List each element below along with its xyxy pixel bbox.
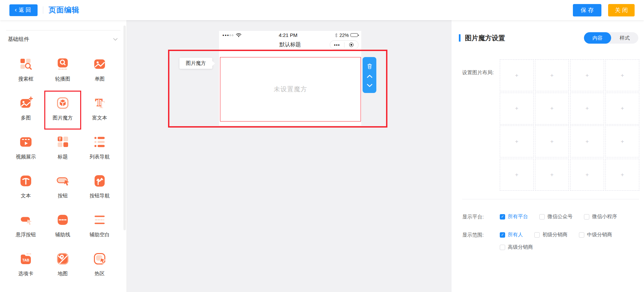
selection-tag: 图片魔方: [179, 58, 212, 69]
checkbox-icon: [579, 232, 584, 238]
section-title: 基础组件: [8, 36, 29, 43]
scope-label: 显示范围:: [462, 232, 500, 238]
tab-样式[interactable]: 样式: [611, 32, 638, 44]
component-multi-image[interactable]: 多图: [7, 91, 44, 130]
map-icon: [55, 251, 70, 266]
trash-icon: [367, 63, 373, 69]
platform-options: ✓所有平台微信公众号微信小程序: [500, 213, 617, 220]
component-tabs[interactable]: TAB选项卡: [7, 246, 44, 285]
layout-cell[interactable]: +: [605, 159, 639, 191]
component-single-image[interactable]: 单图: [81, 52, 118, 91]
layout-cell[interactable]: +: [500, 59, 534, 91]
status-time: 4:21 PM: [241, 32, 335, 38]
layout-label: 设置图片布局:: [462, 69, 500, 76]
phone-titlebar: 默认标题 •••: [219, 39, 361, 50]
list-nav-icon: [92, 135, 107, 149]
component-blank-space[interactable]: 辅助空白: [81, 207, 118, 246]
component-map[interactable]: 地图: [44, 246, 81, 285]
layout-cell[interactable]: +: [570, 93, 604, 125]
component-hotzone[interactable]: 热区: [81, 246, 118, 285]
scope-checkbox-高级分销商[interactable]: 高级分销商: [500, 244, 533, 250]
component-image-cube[interactable]: 图片魔方: [44, 91, 81, 130]
component-text[interactable]: 文本: [7, 168, 44, 207]
bluetooth-icon: [335, 33, 338, 38]
component-video[interactable]: 视频展示: [7, 130, 44, 168]
component-label: 列表导航: [90, 154, 110, 160]
tab-内容[interactable]: 内容: [584, 32, 611, 44]
layout-cell[interactable]: +: [570, 59, 604, 91]
checkbox-icon: [584, 214, 589, 220]
layout-cell[interactable]: +: [570, 159, 604, 191]
delete-component-button[interactable]: [366, 62, 373, 70]
checkbox-label: 所有人: [508, 232, 523, 238]
platform-checkbox-所有平台[interactable]: ✓所有平台: [500, 213, 528, 220]
layout-cell[interactable]: +: [535, 126, 569, 157]
layout-cell[interactable]: +: [535, 159, 569, 191]
content-style-tabs: 内容样式: [584, 32, 638, 44]
component-label: 富文本: [92, 115, 107, 121]
scope-checkbox-所有人[interactable]: ✓所有人: [500, 232, 523, 238]
checkbox-label: 初级分销商: [542, 232, 568, 238]
scope-options: ✓所有人初级分销商中级分销商高级分销商: [500, 232, 634, 250]
phone-page-title: 默认标题: [279, 41, 301, 48]
hotzone-icon: [92, 251, 107, 266]
component-label: 热区: [95, 271, 105, 277]
component-divider-line[interactable]: 辅助线: [44, 207, 81, 246]
layout-cell[interactable]: +: [535, 93, 569, 125]
layout-cell[interactable]: +: [570, 126, 604, 157]
layout-cell[interactable]: +: [605, 126, 639, 157]
component-label: 文本: [21, 193, 31, 199]
move-down-button[interactable]: [366, 83, 373, 88]
battery-icon: [351, 33, 358, 37]
platform-checkbox-微信小程序[interactable]: 微信小程序: [584, 213, 617, 220]
component-label: 视频展示: [16, 154, 36, 160]
component-button-nav[interactable]: 按钮导航: [81, 168, 118, 207]
title-icon: T: [55, 135, 70, 149]
cube-placeholder-text: 未设置魔方: [274, 85, 307, 94]
search-box-icon: [18, 57, 33, 71]
save-button[interactable]: 保存: [573, 4, 601, 16]
checkbox-label: 微信公众号: [547, 213, 573, 220]
button-nav-icon: [92, 174, 107, 188]
checkbox-icon: [500, 245, 505, 250]
component-carousel[interactable]: 轮播图: [44, 52, 81, 91]
chevron-up-icon: [367, 75, 373, 78]
tabs-icon: TAB: [18, 251, 33, 266]
chevron-down-icon: [367, 84, 373, 87]
battery-percent: 22%: [339, 33, 349, 38]
chevron-down-icon[interactable]: [113, 38, 118, 41]
sidebar-scrollbar[interactable]: [123, 26, 126, 230]
topbar: ‹ 返回 页面编辑 保存 关闭: [0, 0, 644, 20]
back-button[interactable]: ‹ 返回: [9, 4, 38, 16]
layout-cell[interactable]: +: [500, 126, 534, 157]
close-button[interactable]: 关闭: [608, 4, 635, 16]
layout-cell[interactable]: +: [605, 59, 639, 91]
single-image-icon: [92, 57, 107, 71]
component-list-nav[interactable]: 列表导航: [81, 130, 118, 168]
scope-checkbox-初级分销商[interactable]: 初级分销商: [534, 232, 568, 238]
component-label: 地图: [58, 271, 68, 277]
platform-checkbox-微信公众号[interactable]: 微信公众号: [539, 213, 573, 220]
layout-cell[interactable]: +: [500, 93, 534, 125]
sidebar-top-divider: [6, 30, 120, 31]
checkbox-icon: [539, 214, 545, 220]
divider-line-icon: [55, 212, 70, 227]
component-label: 按钮: [58, 193, 68, 199]
layout-cell[interactable]: +: [605, 93, 639, 125]
component-sidebar: 基础组件 搜索框轮播图单图多图图片魔方TT富文本视频展示T标题列表导航文本按钮按…: [0, 20, 127, 292]
component-title[interactable]: T标题: [44, 130, 81, 168]
button-icon: [55, 174, 70, 188]
component-button[interactable]: 按钮: [44, 168, 81, 207]
svg-text:T: T: [95, 96, 102, 108]
platform-label: 显示平台:: [462, 213, 500, 220]
component-float-button[interactable]: 悬浮按钮: [7, 207, 44, 246]
image-cube-component[interactable]: 未设置魔方: [220, 57, 361, 121]
component-label: 辅助空白: [90, 232, 110, 238]
move-up-button[interactable]: [366, 74, 373, 79]
component-rich-text[interactable]: TT富文本: [81, 91, 118, 130]
scope-checkbox-中级分销商[interactable]: 中级分销商: [579, 232, 612, 238]
layout-cell[interactable]: +: [500, 159, 534, 191]
component-search-box[interactable]: 搜索框: [7, 52, 44, 91]
chevron-left-icon: ‹: [15, 7, 17, 13]
layout-cell[interactable]: +: [535, 59, 569, 91]
